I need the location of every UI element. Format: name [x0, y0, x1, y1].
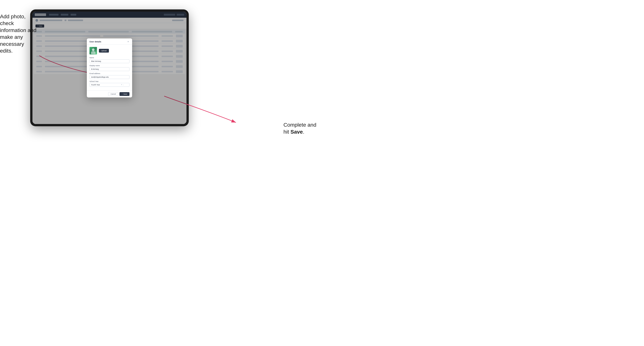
upload-button[interactable]: Upload — [99, 49, 109, 53]
email-form-group: Email address — [90, 73, 130, 79]
modal-close-button[interactable]: × — [127, 40, 130, 43]
save-label: Save — [123, 93, 127, 95]
avatar-img-inner — [90, 47, 97, 54]
school-year-value: Fourth Year — [91, 84, 100, 86]
annotation-left-line1: Add photo, check — [0, 13, 26, 26]
cancel-button[interactable]: Cancel — [108, 92, 118, 96]
select-icons: ✕ ⌄ — [121, 84, 124, 86]
annotation-left-line2: information and — [0, 27, 36, 33]
display-name-form-group: Display name — [90, 65, 130, 71]
annotation-left: Add photo, check information and make an… — [0, 13, 38, 54]
annotation-right-line2: hit Save. — [284, 129, 304, 135]
avatar-section: Upload — [90, 47, 130, 54]
modal-title: User details — [90, 40, 101, 43]
modal-body: Upload Name Display name — [87, 45, 132, 90]
name-label: Name — [90, 57, 130, 59]
avatar-image — [90, 47, 97, 54]
tablet-device: + New — [30, 9, 189, 126]
modal-overlay: User details × Upload — [32, 12, 186, 124]
clear-icon[interactable]: ✕ — [121, 84, 122, 86]
school-year-label: School Year — [90, 80, 130, 82]
user-details-modal: User details × Upload — [87, 38, 132, 97]
modal-header: User details × — [87, 38, 132, 45]
tablet-screen: + New — [32, 12, 186, 124]
name-form-group: Name — [90, 57, 130, 63]
modal-footer: Cancel ↑ Save — [87, 90, 132, 97]
display-name-label: Display name — [90, 65, 130, 66]
school-year-form-group: School Year Fourth Year ✕ ⌄ — [90, 80, 130, 87]
email-label: Email address — [90, 73, 130, 74]
school-year-select[interactable]: Fourth Year ✕ ⌄ — [90, 83, 130, 87]
display-name-input[interactable] — [90, 67, 130, 71]
annotation-left-line4: necessary edits. — [0, 41, 24, 54]
app-content: + New — [32, 12, 186, 124]
annotation-right-line1: Complete and — [284, 122, 316, 128]
save-button[interactable]: ↑ Save — [120, 92, 130, 96]
annotation-right: Complete and hit Save. — [284, 122, 316, 135]
save-icon: ↑ — [122, 93, 123, 95]
name-input[interactable] — [90, 59, 130, 63]
email-input[interactable] — [90, 75, 130, 79]
annotation-left-line3: make any — [0, 34, 23, 40]
chevron-icon: ⌄ — [123, 84, 124, 86]
